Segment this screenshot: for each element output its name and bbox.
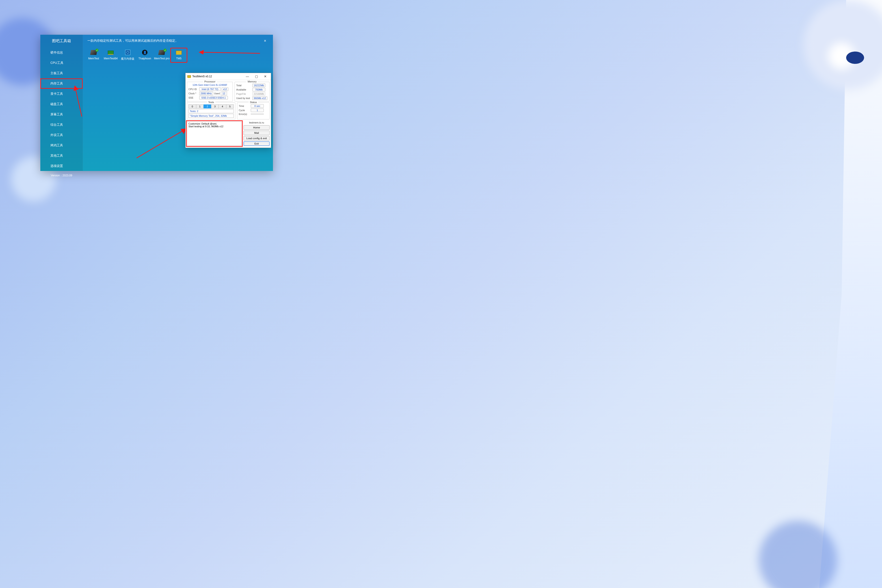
tool-label: MemTest64 [104,57,118,60]
used-value: 12 [221,92,227,95]
clock-value: 2995 MHz [199,92,213,95]
sidebar-item-label: 主板工具 [50,71,63,75]
cycle-label: Cycle [238,109,250,112]
version-label: Version：2023.09 [40,171,82,181]
test-tab-0[interactable]: 0 [189,104,196,108]
tool-memtest[interactable]: ✓ MemTest [85,48,102,63]
log-line: Customize: Default @serj [189,122,240,125]
close-button[interactable]: × [264,39,266,42]
sidebar-item-label: 烤鸡工具 [50,143,63,147]
sidebar-item-label: 内存工具 [50,82,63,85]
sidebar-item-other[interactable]: 其他工具 [40,151,82,161]
status-panel: Status Time8 sec Cycle1 Error(s) [237,102,270,119]
test-tab-5[interactable]: 5 [226,104,234,108]
tool-memtest64[interactable]: MemTest64 [102,48,119,63]
sidebar-item-peripheral[interactable]: 外设工具 [40,130,82,140]
links-heading: testmem.tz.ru [244,121,270,124]
sidebar-item-cpu[interactable]: CPU工具 [40,58,82,68]
tm5-minimize-button[interactable]: — [243,74,252,79]
testmem5-window: TestMem5 v0.12 — ▢ ✕ Processor 12th Gen … [185,73,271,148]
memtest-icon: ✓ [90,50,97,55]
usedbytest-label: Used by test [236,97,251,99]
sidebar-item-label: 显卡工具 [50,92,63,96]
total-value: 16222Mb [252,84,266,87]
app-title: 图吧工具箱 [40,35,82,48]
mail-button[interactable]: Mail [244,130,270,135]
panel-heading: Memory [246,80,258,83]
sidebar-item-mobo[interactable]: 主板工具 [40,68,82,78]
test-tab-3[interactable]: 3 [211,104,219,108]
sse-label: SSE [189,96,198,99]
sidebar-item-memory[interactable]: 内存工具 [40,78,82,89]
thaiphoon-icon: 👤 [141,50,148,55]
cpuid-label: CPU ID [189,88,198,90]
panel-heading: Processor [203,80,217,83]
cpuid-mult: x12 [222,87,228,91]
sidebar-item-options[interactable]: 选项设置 [40,161,82,171]
processor-name: 12th Gen Intel Core i5-12490F [189,83,231,87]
error-label: Error(s) [238,113,250,116]
sidebar-item-gpu[interactable]: 显卡工具 [40,89,82,99]
tests-tabs: 0 1 2 3 4 5 [189,104,234,108]
test-tab-1[interactable]: 1 [196,104,204,108]
pagefile-label: PageFile [236,93,251,95]
tm5-titlebar[interactable]: TestMem5 v0.12 — ▢ ✕ [186,73,271,80]
content-pane: 一款内存稳定性测试工具，可以用来测试超频后的内存是否稳定。 × ✓ MemTes… [83,35,273,171]
tm5-icon [176,50,182,55]
panel-heading: Status [249,101,258,104]
total-label: Total [236,84,251,87]
home-button[interactable]: Home [244,125,270,130]
annotation-arrow [132,124,190,160]
tool-memtestpro[interactable]: ✓ MemTest pro [153,48,170,63]
used-label: Used [214,92,220,95]
tool-label: MemTest pro [154,57,170,60]
window-controls: × [258,39,268,42]
tm5-maximize-button[interactable]: ▢ [252,74,261,79]
processor-panel: Processor 12th Gen Intel Core i5-12490F … [187,82,233,102]
svg-line-2 [137,129,186,158]
sidebar-item-suite[interactable]: 综合工具 [40,120,82,130]
sidebar: 图吧工具箱 硬件信息 CPU工具 主板工具 内存工具 显卡工具 磁盘工具 屏幕工… [40,35,83,171]
tool-label: 魔方内存盘 [121,57,135,61]
cycle-value: 1 [251,108,264,112]
tests-panel: Tests 0 1 2 3 4 5 Tests: 2 "Simple Memor… [187,102,235,119]
disk-icon [124,50,131,55]
links-panel: testmem.tz.ru Home Mail Load config & ex… [244,121,270,146]
avail-value: 700Mb [252,88,266,92]
sidebar-item-screen[interactable]: 屏幕工具 [40,110,82,120]
sidebar-item-label: 外设工具 [50,133,63,137]
log-line: Start testing at 9:10, 960Mb x12 [189,125,240,128]
tool-thaiphoon[interactable]: 👤 Thaiphoon [136,48,153,63]
memtestpro-icon: ✓ [158,50,165,55]
sidebar-item-label: 屏幕工具 [50,112,63,116]
usedbytest-value: 960Mb x12 [252,96,267,100]
tool-label: TM5 [176,57,182,60]
tm5-close-button[interactable]: ✕ [261,74,270,79]
tool-tm5[interactable]: TM5 [170,48,188,63]
test-tab-4[interactable]: 4 [219,104,226,108]
sidebar-item-label: 硬件信息 [50,51,63,54]
log-output: Customize: Default @serj Start testing a… [187,121,242,146]
pagefile-value: 22168Mb [252,92,266,96]
tool-grid: ✓ MemTest MemTest64 魔方内存盘 👤 Thaiphoon ✓ … [83,46,273,63]
sse-value: SSE-3 sSSE3 SSE4.1 [199,96,228,99]
tool-label: Thaiphoon [138,57,151,60]
sidebar-item-label: 磁盘工具 [50,102,63,106]
sidebar-item-hardware[interactable]: 硬件信息 [40,48,82,58]
description-bar: 一款内存稳定性测试工具，可以用来测试超频后的内存是否稳定。 × [83,35,273,46]
sidebar-item-stress[interactable]: 烤鸡工具 [40,140,82,151]
sidebar-items: 硬件信息 CPU工具 主板工具 内存工具 显卡工具 磁盘工具 屏幕工具 综合工具… [40,48,82,171]
time-label: Time [238,105,250,107]
ram-icon [107,50,114,55]
sidebar-item-disk[interactable]: 磁盘工具 [40,99,82,110]
error-value [251,114,264,114]
sidebar-item-label: 选项设置 [50,164,63,168]
test-tab-2[interactable]: 2 [204,104,212,108]
load-config-button[interactable]: Load config & exit [244,136,270,141]
tool-ramdisk[interactable]: 魔方内存盘 [119,48,136,63]
description-text: 一款内存稳定性测试工具，可以用来测试超频后的内存是否稳定。 [87,39,178,43]
cpuid-value: Intel (6 ?97 ?2) [199,87,221,91]
exit-button[interactable]: Exit [244,141,270,146]
tm5-title-icon [188,75,191,78]
tm5-title-text: TestMem5 v0.12 [192,75,212,78]
